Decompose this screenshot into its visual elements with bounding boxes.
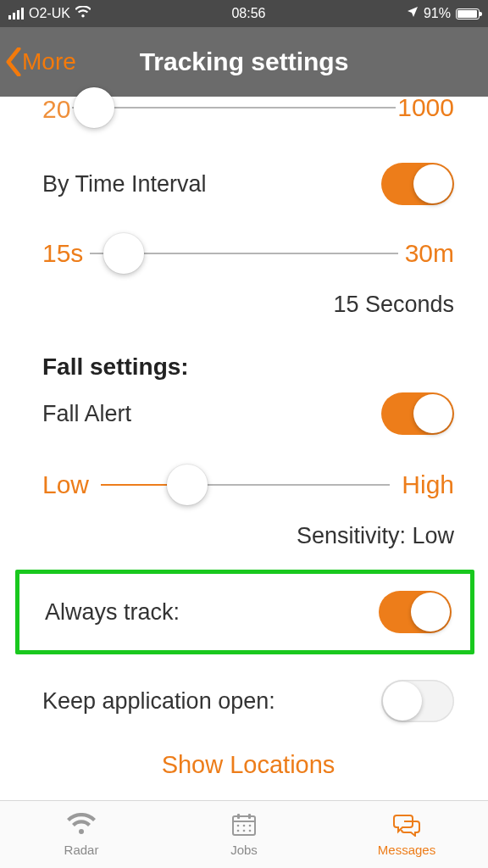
carrier-label: O2-UK: [29, 6, 70, 21]
always-track-label: Always track:: [45, 599, 180, 626]
fall-sensitivity-slider[interactable]: Low High: [42, 470, 454, 499]
time-interval-slider[interactable]: 15s 30m: [42, 239, 454, 268]
calendar-icon: [230, 813, 258, 839]
nav-bar: More Tracking settings: [0, 27, 488, 97]
battery-percent: 91%: [424, 6, 451, 21]
wifi-icon: [67, 813, 96, 839]
time-max-label: 30m: [405, 239, 454, 268]
svg-point-3: [243, 824, 246, 826]
chevron-left-icon: [5, 47, 22, 76]
fall-alert-label: Fall Alert: [42, 401, 131, 427]
keep-app-open-toggle[interactable]: [381, 680, 454, 722]
tab-jobs[interactable]: Jobs: [163, 801, 325, 868]
back-button[interactable]: More: [5, 47, 76, 76]
tab-label: Radar: [64, 843, 99, 857]
status-bar: O2-UK 08:56 91%: [0, 0, 488, 27]
tab-label: Messages: [378, 843, 435, 857]
keep-app-open-label: Keep application open:: [42, 688, 275, 715]
always-track-toggle[interactable]: [379, 591, 452, 633]
distance-max-label: 1000: [397, 93, 454, 122]
fall-max-label: High: [402, 470, 454, 499]
tab-messages[interactable]: Messages: [325, 801, 488, 868]
slider-thumb[interactable]: [103, 233, 144, 274]
distance-min-label: 20: [42, 92, 70, 124]
chat-icon: [392, 813, 421, 839]
always-track-highlight: Always track:: [15, 570, 474, 654]
location-icon: [407, 6, 419, 21]
status-time: 08:56: [231, 6, 265, 21]
svg-point-4: [249, 824, 252, 826]
slider-thumb[interactable]: [167, 465, 208, 505]
time-interval-label: By Time Interval: [42, 171, 207, 198]
svg-rect-9: [248, 814, 251, 819]
tab-bar: Radar Jobs Messages: [0, 800, 488, 868]
fall-settings-heading: Fall settings:: [42, 353, 454, 381]
svg-point-5: [237, 829, 240, 832]
time-interval-current: 15 Seconds: [42, 292, 454, 318]
tab-label: Jobs: [230, 843, 258, 857]
time-interval-toggle[interactable]: [381, 163, 454, 205]
battery-icon: [456, 8, 480, 19]
distance-slider[interactable]: 20 1000: [42, 92, 454, 124]
show-locations-button[interactable]: Show Locations: [42, 751, 454, 779]
fall-alert-toggle[interactable]: [381, 392, 454, 435]
signal-bars-icon: [8, 8, 24, 19]
slider-thumb[interactable]: [74, 87, 114, 128]
fall-min-label: Low: [42, 470, 89, 499]
fall-sensitivity-value: Sensitivity: Low: [42, 523, 454, 549]
time-min-label: 15s: [42, 239, 83, 268]
tab-radar[interactable]: Radar: [0, 801, 163, 868]
svg-point-7: [249, 829, 252, 832]
back-label: More: [22, 48, 76, 75]
wifi-icon: [75, 6, 91, 21]
svg-point-2: [237, 824, 240, 826]
svg-rect-8: [237, 814, 240, 819]
svg-point-6: [243, 829, 246, 832]
